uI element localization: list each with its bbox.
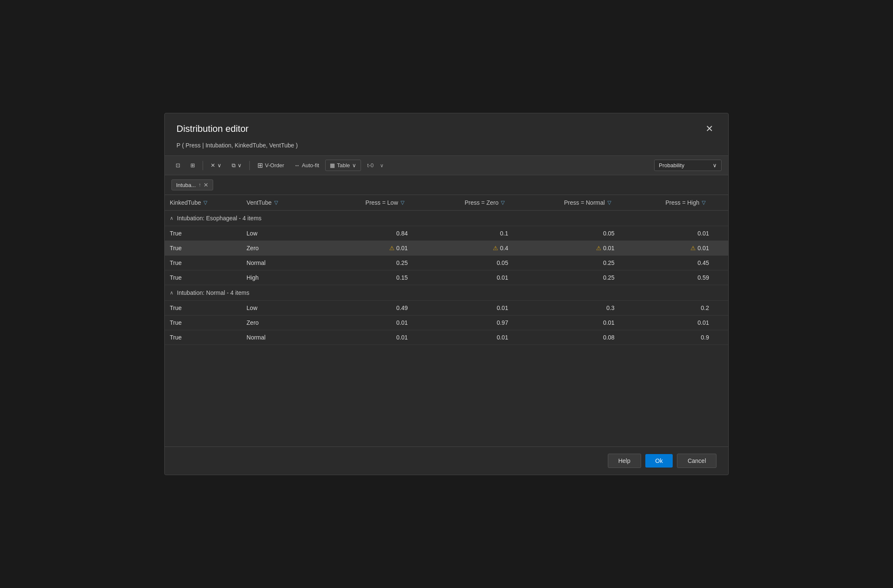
table-row[interactable]: TrueZero⚠0.01⚠0.4⚠0.01⚠0.01	[165, 241, 728, 256]
cell-vent[interactable]: Normal	[241, 256, 318, 270]
filter-bar: Intuba... ↑ ✕	[165, 175, 728, 195]
table-row[interactable]: TrueLow0.490.010.30.2	[165, 301, 728, 315]
help-button[interactable]: Help	[608, 454, 641, 468]
cell-press_high[interactable]: 0.45	[620, 256, 714, 270]
cell-vent[interactable]: Normal	[241, 330, 318, 345]
table-row[interactable]: TrueNormal0.250.050.250.45	[165, 256, 728, 270]
probability-dropdown[interactable]: Probability ∨	[654, 160, 722, 171]
cell-kinked[interactable]: True	[165, 270, 241, 285]
cell-press_high[interactable]: 0.01	[620, 226, 714, 241]
col-header-kinked[interactable]: KinkedTube ▽	[165, 195, 241, 211]
cell-kinked[interactable]: True	[165, 330, 241, 345]
cell-press_normal[interactable]: 0.25	[513, 270, 619, 285]
cell-press_zero[interactable]: ⚠0.4	[413, 241, 513, 256]
fit-button[interactable]: ⊡	[171, 160, 184, 171]
dialog-footer: Help Ok Cancel	[165, 446, 728, 475]
cell-vent[interactable]: Zero	[241, 241, 318, 256]
cell-press_normal[interactable]: 0.05	[513, 226, 619, 241]
filter-icon-press-low[interactable]: ▽	[401, 200, 404, 206]
row-spacer	[714, 241, 728, 256]
probability-label: Probability	[659, 162, 684, 168]
close-button[interactable]: ✕	[702, 122, 717, 136]
dialog-title: Distribution editor	[176, 123, 249, 134]
copy-chevron: ∨	[238, 162, 242, 168]
col-label-kinked: KinkedTube	[170, 199, 201, 206]
filter-icon-vent[interactable]: ▽	[274, 200, 278, 206]
table-scroll[interactable]: KinkedTube ▽ VentTube ▽	[165, 195, 728, 446]
col-header-press-zero[interactable]: Press = Zero ▽	[413, 195, 513, 211]
cell-press_low[interactable]: 0.15	[318, 270, 413, 285]
cell-press_normal[interactable]: 0.08	[513, 330, 619, 345]
cell-press_high[interactable]: 0.9	[620, 330, 714, 345]
ok-button[interactable]: Ok	[645, 454, 673, 468]
cell-press_zero[interactable]: 0.01	[413, 330, 513, 345]
table-row[interactable]: TrueLow0.840.10.050.01	[165, 226, 728, 241]
filter-icon-press-zero[interactable]: ▽	[501, 200, 505, 206]
row-spacer	[714, 301, 728, 315]
cell-kinked[interactable]: True	[165, 301, 241, 315]
cancel-button[interactable]: Cancel	[677, 454, 717, 468]
filter-icon-press-high[interactable]: ▽	[702, 200, 706, 206]
cell-press_normal[interactable]: 0.01	[513, 315, 619, 330]
col-label-press-low: Press = Low	[366, 199, 398, 206]
cell-press_high[interactable]: 0.01	[620, 315, 714, 330]
table-button[interactable]: ▦ Table ∨	[325, 160, 361, 171]
cell-press_zero[interactable]: 0.01	[413, 301, 513, 315]
row-spacer	[714, 270, 728, 285]
filter-icon-press-normal[interactable]: ▽	[607, 200, 611, 206]
cell-press_normal[interactable]: 0.3	[513, 301, 619, 315]
table-row[interactable]: TrueHigh0.150.010.250.59	[165, 270, 728, 285]
group-row: ∧Intubation: Esophageal - 4 items	[165, 211, 728, 226]
t0-group: t-0 ∨	[363, 160, 652, 171]
cell-press_low[interactable]: 0.01	[318, 315, 413, 330]
cell-press_low[interactable]: 0.01	[318, 330, 413, 345]
copy-button[interactable]: ⧉ ∨	[227, 160, 246, 171]
cell-press_zero[interactable]: 0.1	[413, 226, 513, 241]
cell-vent[interactable]: High	[241, 270, 318, 285]
filter-chip-arrow: ↑	[198, 182, 201, 188]
autofit-button[interactable]: ↔ Auto-fit	[290, 160, 324, 171]
cell-vent[interactable]: Zero	[241, 315, 318, 330]
col-header-press-high[interactable]: Press = High ▽	[620, 195, 714, 211]
col-header-press-normal[interactable]: Press = Normal ▽	[513, 195, 619, 211]
cell-vent[interactable]: Low	[241, 301, 318, 315]
cell-kinked[interactable]: True	[165, 241, 241, 256]
vorder-label: V-Order	[265, 162, 284, 168]
filter-icon-kinked[interactable]: ▽	[203, 200, 207, 206]
cell-vent[interactable]: Low	[241, 226, 318, 241]
cell-press_high[interactable]: ⚠0.01	[620, 241, 714, 256]
cell-press_high[interactable]: 0.59	[620, 270, 714, 285]
cell-press_low[interactable]: ⚠0.01	[318, 241, 413, 256]
group-label: Intubation: Esophageal - 4 items	[177, 215, 262, 222]
col-label-press-zero: Press = Zero	[465, 199, 499, 206]
col-header-vent[interactable]: VentTube ▽	[241, 195, 318, 211]
table-row[interactable]: TrueNormal0.010.010.080.9	[165, 330, 728, 345]
vorder-button[interactable]: ⊞ V-Order	[253, 159, 289, 171]
delete-chevron: ∨	[217, 162, 222, 168]
cell-press_zero[interactable]: 0.01	[413, 270, 513, 285]
col-header-press-low[interactable]: Press = Low ▽	[318, 195, 413, 211]
grid-button[interactable]: ⊞	[186, 160, 199, 171]
cell-kinked[interactable]: True	[165, 315, 241, 330]
t0-chevron[interactable]: ∨	[380, 163, 384, 168]
group-expand-icon[interactable]: ∧	[170, 215, 174, 221]
cell-press_low[interactable]: 0.49	[318, 301, 413, 315]
cell-press_normal[interactable]: 0.25	[513, 256, 619, 270]
group-expand-icon[interactable]: ∧	[170, 290, 174, 296]
cell-press_normal[interactable]: ⚠0.01	[513, 241, 619, 256]
filter-chip[interactable]: Intuba... ↑ ✕	[171, 179, 213, 190]
cell-press_high[interactable]: 0.2	[620, 301, 714, 315]
cell-press_zero[interactable]: 0.97	[413, 315, 513, 330]
filter-chip-close[interactable]: ✕	[203, 182, 209, 188]
cell-kinked[interactable]: True	[165, 256, 241, 270]
table-row[interactable]: TrueZero0.010.970.010.01	[165, 315, 728, 330]
delete-button[interactable]: ✕ ∨	[206, 160, 226, 171]
dialog-header: Distribution editor ✕	[165, 113, 728, 140]
cell-press_zero[interactable]: 0.05	[413, 256, 513, 270]
col-spacer	[714, 195, 728, 211]
distribution-editor-dialog: Distribution editor ✕ P ( Press | Intuba…	[164, 113, 729, 475]
cell-kinked[interactable]: True	[165, 226, 241, 241]
cell-press_low[interactable]: 0.84	[318, 226, 413, 241]
table-label: Table	[337, 162, 350, 168]
cell-press_low[interactable]: 0.25	[318, 256, 413, 270]
